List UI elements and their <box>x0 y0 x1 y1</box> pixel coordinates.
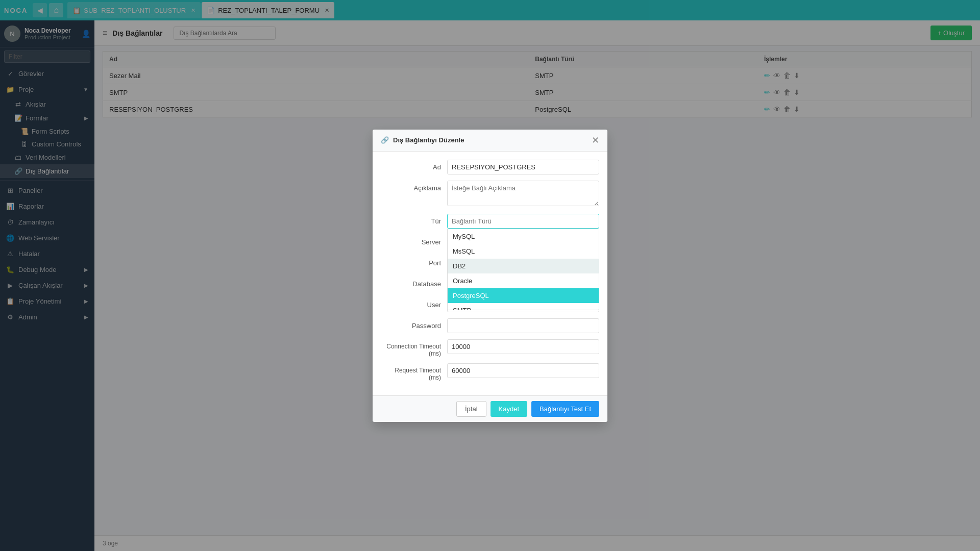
form-row-ad: Ad <box>381 160 599 174</box>
modal: 🔗 Dış Bağlantıyı Düzenle ✕ Ad Açıklama <box>373 130 607 422</box>
field-ad <box>447 160 599 174</box>
modal-title: 🔗 Dış Bağlantıyı Düzenle <box>381 136 464 144</box>
input-req-timeout[interactable] <box>447 363 599 378</box>
input-password[interactable] <box>447 318 599 333</box>
test-connection-button[interactable]: Bağlantıyı Test Et <box>531 401 599 417</box>
label-aciklama: Açıklama <box>381 181 447 192</box>
modal-title-icon: 🔗 <box>381 136 389 144</box>
modal-overlay: 🔗 Dış Bağlantıyı Düzenle ✕ Ad Açıklama <box>0 0 980 551</box>
label-port: Port <box>381 256 447 267</box>
modal-body: Ad Açıklama Tür MySQL MsSQL <box>373 152 607 395</box>
form-row-tur: Tür MySQL MsSQL DB2 Oracle PostgreSQL SM… <box>381 214 599 229</box>
label-req-timeout: Request Timeout (ms) <box>381 363 447 381</box>
dropdown-tur-list: MySQL MsSQL DB2 Oracle PostgreSQL SMTP S… <box>447 229 599 310</box>
modal-header: 🔗 Dış Bağlantıyı Düzenle ✕ <box>373 130 607 152</box>
label-user: User <box>381 297 447 309</box>
dropdown-option-oracle[interactable]: Oracle <box>448 273 599 288</box>
field-conn-timeout <box>447 339 599 354</box>
form-row-password: Password <box>381 318 599 333</box>
cancel-button[interactable]: İptal <box>456 401 486 417</box>
input-conn-timeout[interactable] <box>447 339 599 354</box>
field-aciklama <box>447 181 599 208</box>
dropdown-option-smtp[interactable]: SMTP <box>448 303 599 310</box>
label-tur: Tür <box>381 214 447 225</box>
label-server: Server <box>381 235 447 246</box>
form-row-req-timeout: Request Timeout (ms) <box>381 363 599 381</box>
field-req-timeout <box>447 363 599 378</box>
modal-close-button[interactable]: ✕ <box>592 135 599 146</box>
dropdown-tur-input[interactable] <box>447 214 599 229</box>
label-database: Database <box>381 277 447 288</box>
dropdown-option-mssql[interactable]: MsSQL <box>448 244 599 259</box>
textarea-aciklama[interactable] <box>447 181 599 206</box>
form-row-conn-timeout: Connection Timeout (ms) <box>381 339 599 357</box>
input-ad[interactable] <box>447 160 599 174</box>
label-ad: Ad <box>381 160 447 171</box>
dropdown-option-db2[interactable]: DB2 <box>448 259 599 273</box>
modal-title-text: Dış Bağlantıyı Düzenle <box>393 136 464 144</box>
label-conn-timeout: Connection Timeout (ms) <box>381 339 447 357</box>
form-row-aciklama: Açıklama <box>381 181 599 208</box>
dropdown-option-postgresql[interactable]: PostgreSQL <box>448 288 599 303</box>
label-password: Password <box>381 318 447 330</box>
field-password <box>447 318 599 333</box>
field-tur: MySQL MsSQL DB2 Oracle PostgreSQL SMTP S… <box>447 214 599 229</box>
save-button[interactable]: Kaydet <box>491 401 527 417</box>
modal-footer: İptal Kaydet Bağlantıyı Test Et <box>373 395 607 422</box>
dropdown-option-mysql[interactable]: MySQL <box>448 229 599 244</box>
